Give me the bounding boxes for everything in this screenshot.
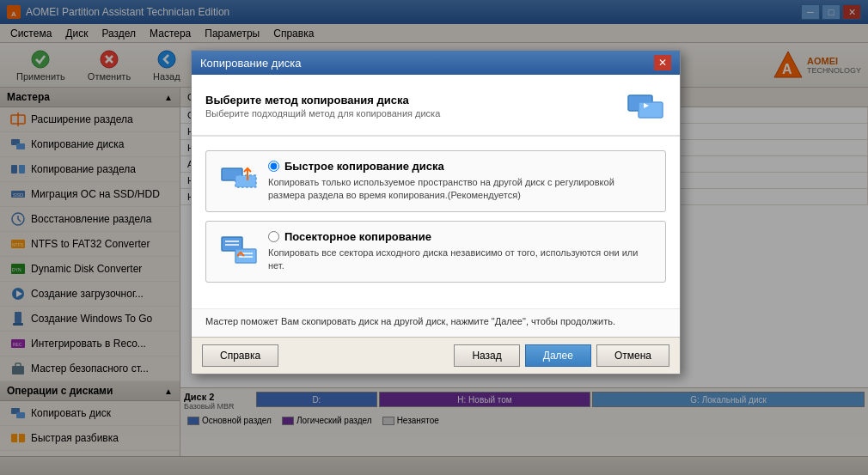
dialog-buttons: Справка Назад Далее Отмена [192,337,680,374]
dialog-close-button[interactable]: ✕ [654,55,671,70]
dialog-header: Выберите метод копирования диска Выберит… [192,75,680,137]
help-button[interactable]: Справка [202,344,278,367]
option-fast-copy[interactable]: Быстрое копирование диска Копировать тол… [205,150,666,212]
back-button[interactable]: Назад [454,344,519,367]
dialog-titlebar: Копирование диска ✕ [192,51,680,75]
dialog-header-icon [625,85,666,126]
svg-rect-40 [235,175,256,187]
option2-label: Посекторное копирование [268,230,653,243]
option1-radio[interactable] [268,161,279,172]
option1-label: Быстрое копирование диска [268,160,653,173]
dialog-body: Быстрое копирование диска Копировать тол… [192,137,680,305]
svg-rect-45 [235,249,256,263]
option1-desc: Копировать только используемое пространс… [268,176,653,203]
option-sector-copy[interactable]: Посекторное копирование Копировать все с… [205,221,666,283]
fast-copy-icon [218,160,260,201]
sector-copy-icon [218,230,260,271]
option2-radio[interactable] [268,231,279,242]
cancel-button[interactable]: Отмена [596,344,669,367]
dialog-footer-text: Мастер поможет Вам скопировать диск на д… [192,308,680,337]
dialog-header-title: Выберите метод копирования диска [205,94,440,107]
option2-desc: Копировать все сектора исходного диска н… [268,247,653,273]
next-button[interactable]: Далее [525,344,591,367]
dialog-title: Копирование диска [200,57,301,70]
svg-rect-38 [639,102,663,118]
dialog-header-subtitle: Выберите подходящий метод для копировани… [205,108,440,119]
copy-disk-dialog: Копирование диска ✕ Выберите метод копир… [191,50,681,375]
dialog-right-buttons: Назад Далее Отмена [454,344,669,367]
